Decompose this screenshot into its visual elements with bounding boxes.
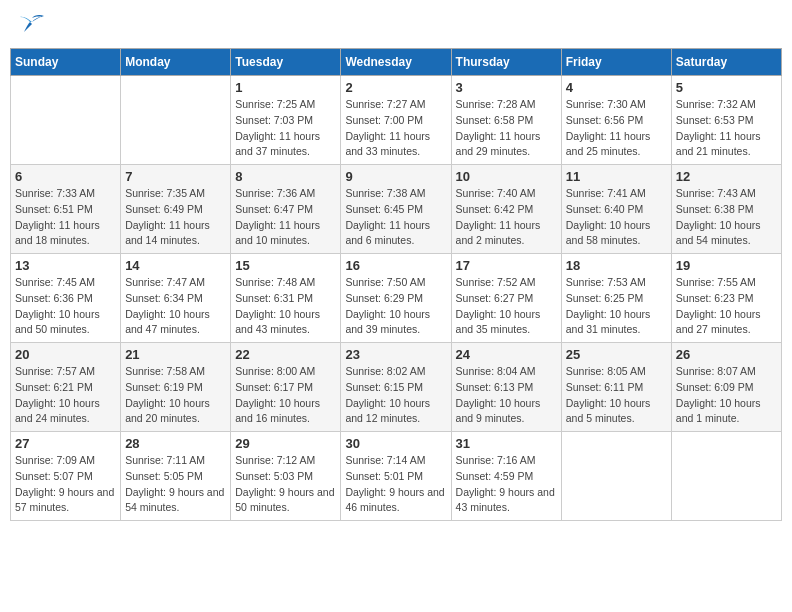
calendar-cell: 16Sunrise: 7:50 AM Sunset: 6:29 PM Dayli… bbox=[341, 254, 451, 343]
day-number: 2 bbox=[345, 80, 446, 95]
day-info: Sunrise: 7:27 AM Sunset: 7:00 PM Dayligh… bbox=[345, 97, 446, 160]
logo bbox=[18, 14, 50, 36]
calendar-cell: 8Sunrise: 7:36 AM Sunset: 6:47 PM Daylig… bbox=[231, 165, 341, 254]
calendar-cell: 26Sunrise: 8:07 AM Sunset: 6:09 PM Dayli… bbox=[671, 343, 781, 432]
day-number: 31 bbox=[456, 436, 557, 451]
calendar-table: SundayMondayTuesdayWednesdayThursdayFrid… bbox=[10, 48, 782, 521]
day-number: 5 bbox=[676, 80, 777, 95]
calendar-cell: 27Sunrise: 7:09 AM Sunset: 5:07 PM Dayli… bbox=[11, 432, 121, 521]
day-info: Sunrise: 7:30 AM Sunset: 6:56 PM Dayligh… bbox=[566, 97, 667, 160]
day-number: 29 bbox=[235, 436, 336, 451]
day-number: 24 bbox=[456, 347, 557, 362]
day-info: Sunrise: 7:28 AM Sunset: 6:58 PM Dayligh… bbox=[456, 97, 557, 160]
calendar-cell: 20Sunrise: 7:57 AM Sunset: 6:21 PM Dayli… bbox=[11, 343, 121, 432]
calendar-cell: 1Sunrise: 7:25 AM Sunset: 7:03 PM Daylig… bbox=[231, 76, 341, 165]
day-info: Sunrise: 7:32 AM Sunset: 6:53 PM Dayligh… bbox=[676, 97, 777, 160]
day-info: Sunrise: 7:57 AM Sunset: 6:21 PM Dayligh… bbox=[15, 364, 116, 427]
calendar-cell: 4Sunrise: 7:30 AM Sunset: 6:56 PM Daylig… bbox=[561, 76, 671, 165]
week-row-1: 1Sunrise: 7:25 AM Sunset: 7:03 PM Daylig… bbox=[11, 76, 782, 165]
day-info: Sunrise: 7:36 AM Sunset: 6:47 PM Dayligh… bbox=[235, 186, 336, 249]
calendar-cell: 10Sunrise: 7:40 AM Sunset: 6:42 PM Dayli… bbox=[451, 165, 561, 254]
calendar-cell: 13Sunrise: 7:45 AM Sunset: 6:36 PM Dayli… bbox=[11, 254, 121, 343]
weekday-header-monday: Monday bbox=[121, 49, 231, 76]
day-info: Sunrise: 8:04 AM Sunset: 6:13 PM Dayligh… bbox=[456, 364, 557, 427]
day-info: Sunrise: 7:58 AM Sunset: 6:19 PM Dayligh… bbox=[125, 364, 226, 427]
day-info: Sunrise: 7:14 AM Sunset: 5:01 PM Dayligh… bbox=[345, 453, 446, 516]
calendar-cell: 12Sunrise: 7:43 AM Sunset: 6:38 PM Dayli… bbox=[671, 165, 781, 254]
weekday-header-saturday: Saturday bbox=[671, 49, 781, 76]
calendar-cell: 2Sunrise: 7:27 AM Sunset: 7:00 PM Daylig… bbox=[341, 76, 451, 165]
day-number: 10 bbox=[456, 169, 557, 184]
day-info: Sunrise: 7:35 AM Sunset: 6:49 PM Dayligh… bbox=[125, 186, 226, 249]
calendar-cell bbox=[121, 76, 231, 165]
day-number: 21 bbox=[125, 347, 226, 362]
day-number: 12 bbox=[676, 169, 777, 184]
week-row-4: 20Sunrise: 7:57 AM Sunset: 6:21 PM Dayli… bbox=[11, 343, 782, 432]
calendar-cell: 22Sunrise: 8:00 AM Sunset: 6:17 PM Dayli… bbox=[231, 343, 341, 432]
weekday-header-wednesday: Wednesday bbox=[341, 49, 451, 76]
calendar-cell: 21Sunrise: 7:58 AM Sunset: 6:19 PM Dayli… bbox=[121, 343, 231, 432]
day-number: 3 bbox=[456, 80, 557, 95]
day-number: 20 bbox=[15, 347, 116, 362]
day-info: Sunrise: 7:16 AM Sunset: 4:59 PM Dayligh… bbox=[456, 453, 557, 516]
calendar-cell: 24Sunrise: 8:04 AM Sunset: 6:13 PM Dayli… bbox=[451, 343, 561, 432]
week-row-5: 27Sunrise: 7:09 AM Sunset: 5:07 PM Dayli… bbox=[11, 432, 782, 521]
calendar-cell: 9Sunrise: 7:38 AM Sunset: 6:45 PM Daylig… bbox=[341, 165, 451, 254]
day-info: Sunrise: 8:02 AM Sunset: 6:15 PM Dayligh… bbox=[345, 364, 446, 427]
calendar-cell bbox=[11, 76, 121, 165]
day-number: 17 bbox=[456, 258, 557, 273]
day-number: 9 bbox=[345, 169, 446, 184]
day-number: 22 bbox=[235, 347, 336, 362]
day-number: 26 bbox=[676, 347, 777, 362]
calendar-cell: 31Sunrise: 7:16 AM Sunset: 4:59 PM Dayli… bbox=[451, 432, 561, 521]
day-number: 18 bbox=[566, 258, 667, 273]
day-info: Sunrise: 7:40 AM Sunset: 6:42 PM Dayligh… bbox=[456, 186, 557, 249]
calendar-cell: 14Sunrise: 7:47 AM Sunset: 6:34 PM Dayli… bbox=[121, 254, 231, 343]
day-number: 27 bbox=[15, 436, 116, 451]
calendar-cell: 29Sunrise: 7:12 AM Sunset: 5:03 PM Dayli… bbox=[231, 432, 341, 521]
day-info: Sunrise: 7:48 AM Sunset: 6:31 PM Dayligh… bbox=[235, 275, 336, 338]
day-number: 14 bbox=[125, 258, 226, 273]
weekday-header-tuesday: Tuesday bbox=[231, 49, 341, 76]
day-info: Sunrise: 7:11 AM Sunset: 5:05 PM Dayligh… bbox=[125, 453, 226, 516]
week-row-3: 13Sunrise: 7:45 AM Sunset: 6:36 PM Dayli… bbox=[11, 254, 782, 343]
day-info: Sunrise: 7:09 AM Sunset: 5:07 PM Dayligh… bbox=[15, 453, 116, 516]
day-number: 1 bbox=[235, 80, 336, 95]
day-number: 30 bbox=[345, 436, 446, 451]
calendar-cell: 30Sunrise: 7:14 AM Sunset: 5:01 PM Dayli… bbox=[341, 432, 451, 521]
calendar-cell: 15Sunrise: 7:48 AM Sunset: 6:31 PM Dayli… bbox=[231, 254, 341, 343]
day-info: Sunrise: 7:38 AM Sunset: 6:45 PM Dayligh… bbox=[345, 186, 446, 249]
day-info: Sunrise: 7:25 AM Sunset: 7:03 PM Dayligh… bbox=[235, 97, 336, 160]
calendar-cell: 25Sunrise: 8:05 AM Sunset: 6:11 PM Dayli… bbox=[561, 343, 671, 432]
weekday-header-friday: Friday bbox=[561, 49, 671, 76]
day-number: 15 bbox=[235, 258, 336, 273]
weekday-header-sunday: Sunday bbox=[11, 49, 121, 76]
day-info: Sunrise: 7:47 AM Sunset: 6:34 PM Dayligh… bbox=[125, 275, 226, 338]
day-info: Sunrise: 7:33 AM Sunset: 6:51 PM Dayligh… bbox=[15, 186, 116, 249]
week-row-2: 6Sunrise: 7:33 AM Sunset: 6:51 PM Daylig… bbox=[11, 165, 782, 254]
day-number: 28 bbox=[125, 436, 226, 451]
calendar-cell: 7Sunrise: 7:35 AM Sunset: 6:49 PM Daylig… bbox=[121, 165, 231, 254]
weekday-header-row: SundayMondayTuesdayWednesdayThursdayFrid… bbox=[11, 49, 782, 76]
calendar-cell: 19Sunrise: 7:55 AM Sunset: 6:23 PM Dayli… bbox=[671, 254, 781, 343]
page-header bbox=[10, 10, 782, 40]
calendar-cell bbox=[561, 432, 671, 521]
day-info: Sunrise: 7:12 AM Sunset: 5:03 PM Dayligh… bbox=[235, 453, 336, 516]
day-number: 7 bbox=[125, 169, 226, 184]
logo-bird-icon bbox=[18, 14, 46, 36]
calendar-cell: 6Sunrise: 7:33 AM Sunset: 6:51 PM Daylig… bbox=[11, 165, 121, 254]
calendar-cell: 3Sunrise: 7:28 AM Sunset: 6:58 PM Daylig… bbox=[451, 76, 561, 165]
day-number: 13 bbox=[15, 258, 116, 273]
day-info: Sunrise: 7:52 AM Sunset: 6:27 PM Dayligh… bbox=[456, 275, 557, 338]
weekday-header-thursday: Thursday bbox=[451, 49, 561, 76]
day-info: Sunrise: 7:55 AM Sunset: 6:23 PM Dayligh… bbox=[676, 275, 777, 338]
day-info: Sunrise: 7:41 AM Sunset: 6:40 PM Dayligh… bbox=[566, 186, 667, 249]
calendar-cell bbox=[671, 432, 781, 521]
day-number: 25 bbox=[566, 347, 667, 362]
day-number: 23 bbox=[345, 347, 446, 362]
calendar-cell: 18Sunrise: 7:53 AM Sunset: 6:25 PM Dayli… bbox=[561, 254, 671, 343]
day-info: Sunrise: 8:00 AM Sunset: 6:17 PM Dayligh… bbox=[235, 364, 336, 427]
day-info: Sunrise: 7:53 AM Sunset: 6:25 PM Dayligh… bbox=[566, 275, 667, 338]
calendar-cell: 5Sunrise: 7:32 AM Sunset: 6:53 PM Daylig… bbox=[671, 76, 781, 165]
calendar-cell: 28Sunrise: 7:11 AM Sunset: 5:05 PM Dayli… bbox=[121, 432, 231, 521]
